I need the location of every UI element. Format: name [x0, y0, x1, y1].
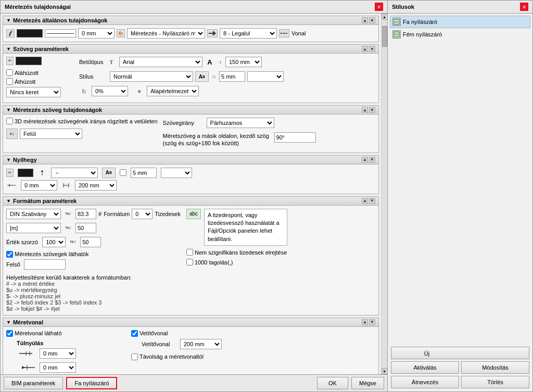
non-significant-checkbox[interactable]	[186, 249, 193, 256]
val2-input[interactable]	[75, 223, 96, 233]
style-button[interactable]: Fa nyílászáró	[66, 377, 117, 389]
small-size-input[interactable]	[219, 71, 245, 82]
font-size-select[interactable]: 150 mm	[225, 57, 262, 67]
measure-type-select[interactable]: Méretezés - Nyílászáró m...	[127, 28, 205, 39]
modify-button[interactable]: Módosítás	[461, 361, 529, 374]
styles-footer: Új Aktiválás Módosítás Átnevezés Törlés	[388, 344, 532, 391]
val3-input[interactable]	[80, 237, 101, 247]
ok-button[interactable]: OK	[317, 377, 348, 389]
upper-input[interactable]	[24, 259, 66, 270]
align-select[interactable]: Alapértelmezett	[147, 86, 199, 96]
bim-button[interactable]: BIM paraméterek	[4, 377, 63, 389]
format-down-btn[interactable]: ▼	[369, 198, 375, 204]
footer-right-buttons: OK Mégse	[317, 377, 384, 389]
arrow-offset-select[interactable]: 0 mm	[21, 180, 57, 191]
font-select[interactable]: Arial	[119, 57, 202, 67]
arrow-style-select[interactable]: ←	[51, 168, 98, 178]
cancel-button[interactable]: Mégse	[351, 377, 384, 389]
dimline-section: ▼ Méretvonal ▲ ▼ Méretvonal	[3, 318, 379, 374]
arrow-icon-general[interactable]	[207, 29, 218, 37]
text-props-up-btn[interactable]: ▲	[362, 107, 368, 113]
underline-checkbox[interactable]	[6, 69, 13, 76]
overshoot2-select[interactable]: 0 mm	[40, 362, 76, 373]
pen-icon[interactable]	[6, 29, 15, 37]
text-props-down-btn[interactable]: ▼	[369, 107, 375, 113]
position-select[interactable]: Felül	[20, 129, 82, 139]
arrowhead-down-btn[interactable]: ▼	[369, 157, 375, 163]
delete-button[interactable]: Törlés	[461, 376, 529, 388]
arrow-size-unit-select[interactable]	[161, 168, 192, 178]
non-significant-checkbox-label[interactable]: Nem szignifikáns tizedesek elrejtése	[186, 249, 290, 256]
scroll-up-btn[interactable]: ▲	[382, 14, 388, 20]
dialog-content: ▼ Méretezés általános tulajdonságok ▲ ▼	[1, 14, 381, 374]
format-up-btn[interactable]: ▲	[362, 198, 368, 204]
styles-close-button[interactable]: ✕	[520, 3, 528, 11]
text-dir-select[interactable]: Párhuzamos	[207, 118, 274, 128]
dialog-close-button[interactable]: ✕	[375, 3, 383, 11]
scale-select[interactable]: 8 - Legalul	[220, 28, 277, 39]
offset-select[interactable]: 0 mm	[78, 28, 115, 39]
style-icon-1	[392, 30, 401, 39]
style-item-0[interactable]: Fa nyílászáró	[390, 16, 530, 28]
multiplier-select[interactable]: 100	[42, 237, 66, 247]
overshoot1-select[interactable]: 0 mm	[40, 348, 76, 359]
text-pen-icon[interactable]: ✏	[6, 57, 14, 65]
general-up-btn[interactable]: ▲	[362, 17, 368, 23]
projection-check-label[interactable]: Vetítővonal	[131, 330, 222, 337]
3d-checkbox-label[interactable]: 3D méretezések szövegének iránya rögzíte…	[6, 118, 158, 124]
rotation-select[interactable]: 0%	[92, 86, 128, 96]
style-item-1[interactable]: Fém nyílászáró	[390, 28, 530, 41]
arrow-spacing-select[interactable]: 200 mm	[75, 180, 117, 191]
rename-button[interactable]: Átnevezés	[391, 376, 459, 388]
text-params-header: ▼ Szöveg paraméterek ▲ ▼	[3, 45, 378, 54]
visible-checkbox-label[interactable]: Méretezés szövegek láthatók	[6, 251, 183, 258]
arrow-pen-icon[interactable]: ✏	[6, 169, 14, 177]
standard-select[interactable]: DIN Szabvány	[6, 209, 61, 219]
style-select[interactable]: Normál	[110, 71, 193, 82]
color-swatch-general[interactable]	[17, 29, 43, 37]
thousands-checkbox[interactable]	[186, 259, 193, 265]
general-down-btn[interactable]: ▼	[369, 17, 375, 23]
arrowhead-up-btn[interactable]: ▲	[362, 157, 368, 163]
distance-checkbox[interactable]	[131, 353, 138, 360]
projection-select[interactable]: 200 mm	[180, 339, 222, 349]
text-params-down-btn[interactable]: ▼	[369, 46, 375, 52]
text-params-up-btn[interactable]: ▲	[362, 46, 368, 52]
line-style-general[interactable]	[45, 29, 76, 37]
small-size-select[interactable]	[247, 71, 284, 82]
position-icon[interactable]: ≡↕	[6, 129, 18, 139]
text-params-section: ▼ Szöveg paraméterek ▲ ▼ ✏	[3, 44, 379, 103]
arrow-size-checkbox[interactable]	[120, 169, 126, 176]
format-select[interactable]: 0	[132, 209, 153, 219]
activate-button[interactable]: Aktiválás	[391, 361, 459, 374]
strikethrough-checkbox[interactable]	[6, 78, 13, 85]
underline-checkbox-label[interactable]: Aláhúzott	[6, 69, 74, 76]
frame-select[interactable]: Nincs keret	[6, 87, 61, 97]
color-swatch-text[interactable]	[16, 57, 42, 65]
linetype-icon[interactable]	[279, 29, 289, 37]
distance-check-label[interactable]: Távolság a méretvonaltól	[131, 353, 222, 360]
thousands-checkbox-label[interactable]: 1000 tagolás(,)	[186, 259, 290, 265]
scroll-down-btn[interactable]: ▼	[382, 368, 388, 374]
visible-checkbox[interactable]	[6, 251, 13, 258]
unit-select[interactable]: [m]	[6, 223, 61, 233]
new-style-button[interactable]: Új	[391, 347, 529, 359]
scrollbar-thumb[interactable]	[382, 26, 387, 47]
dimline-visible-label[interactable]: Méretvonal látható	[6, 330, 121, 337]
3d-checkbox[interactable]	[6, 118, 13, 124]
dimline-down-btn[interactable]: ▼	[369, 319, 375, 325]
strikethrough-checkbox-label[interactable]: Áthúzott	[6, 78, 74, 85]
dimline-up-btn[interactable]: ▲	[362, 319, 368, 325]
rotation-icon: I↕	[79, 87, 90, 95]
main-scrollbar[interactable]: ▲ ▼	[381, 14, 387, 374]
dimline-visible-checkbox[interactable]	[6, 330, 13, 337]
pct1-icon: %↕	[63, 210, 73, 218]
color-icon[interactable]: 🎨	[117, 29, 125, 37]
val1-input[interactable]	[75, 209, 96, 219]
general-section-label: Méretezés általános tulajdonságok	[13, 17, 108, 23]
other-side-input[interactable]	[274, 132, 316, 143]
projection-checkbox[interactable]	[131, 330, 138, 337]
arrow-size-input[interactable]	[131, 168, 157, 178]
color-swatch-arrow[interactable]	[18, 169, 33, 177]
font-size-small-icon: ↕	[217, 57, 223, 67]
